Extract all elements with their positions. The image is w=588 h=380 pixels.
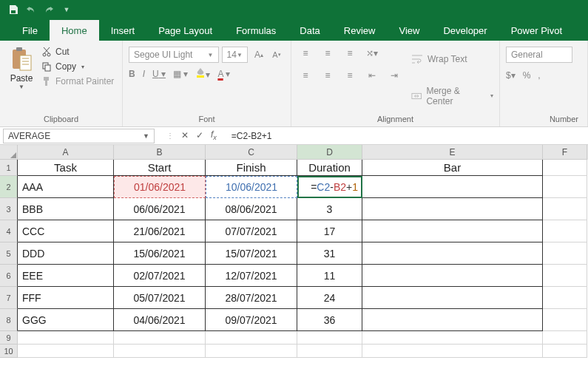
tab-power-pivot[interactable]: Power Pivot — [499, 20, 574, 41]
bold-button[interactable]: B — [129, 69, 135, 79]
cell[interactable] — [362, 176, 543, 198]
cell[interactable] — [297, 331, 362, 345]
cell[interactable] — [543, 160, 587, 176]
paste-button[interactable]: Paste ▼ — [6, 44, 37, 113]
select-all-button[interactable] — [0, 145, 18, 160]
cell[interactable]: FFF — [18, 287, 114, 309]
copy-button[interactable]: Copy▾ — [41, 61, 114, 72]
cell[interactable]: 10/06/2021 — [206, 176, 297, 198]
tab-data[interactable]: Data — [288, 20, 331, 41]
cell[interactable] — [362, 198, 543, 220]
cancel-formula-button[interactable]: ✕ — [181, 130, 189, 140]
cell[interactable] — [543, 309, 587, 331]
enter-formula-button[interactable]: ✓ — [196, 130, 203, 140]
row-header-4[interactable]: 4 — [0, 220, 18, 242]
col-header-c[interactable]: C — [206, 145, 297, 160]
align-left-button[interactable]: ≡ — [297, 67, 314, 84]
align-middle-button[interactable]: ≡ — [320, 45, 336, 61]
cell[interactable]: 28/07/2021 — [206, 287, 297, 309]
fill-color-button[interactable]: ▾ — [195, 67, 210, 80]
cell[interactable]: Bar — [362, 160, 543, 176]
align-right-button[interactable]: ≡ — [342, 67, 358, 84]
cell[interactable]: Task — [18, 160, 114, 176]
tab-insert[interactable]: Insert — [99, 20, 147, 41]
cell[interactable]: 01/06/2021 — [114, 176, 206, 198]
cell[interactable] — [543, 176, 587, 198]
cell[interactable]: 09/07/2021 — [206, 309, 297, 331]
row-header-10[interactable]: 10 — [0, 345, 18, 358]
cell[interactable]: 24 — [297, 287, 362, 309]
font-name-select[interactable]: Segoe UI Light▼ — [129, 47, 219, 63]
cell[interactable]: AAA — [18, 176, 114, 198]
cell[interactable]: 21/06/2021 — [114, 220, 206, 242]
save-button[interactable] — [4, 1, 22, 18]
cell[interactable]: 3 — [297, 198, 362, 220]
cell[interactable] — [18, 331, 114, 345]
cell[interactable]: DDD — [18, 242, 114, 265]
cell[interactable] — [18, 345, 114, 358]
cell[interactable]: CCC — [18, 220, 114, 242]
row-header-3[interactable]: 3 — [0, 198, 18, 220]
cell[interactable] — [543, 220, 587, 242]
cell[interactable] — [206, 331, 297, 345]
undo-button[interactable] — [22, 1, 40, 18]
cell[interactable] — [362, 309, 543, 331]
cell[interactable] — [362, 345, 543, 358]
tab-review[interactable]: Review — [332, 20, 388, 41]
cell[interactable]: 08/06/2021 — [206, 198, 297, 220]
cell[interactable]: Finish — [206, 160, 297, 176]
cell[interactable]: 11 — [297, 265, 362, 287]
number-format-select[interactable]: General — [506, 47, 572, 63]
comma-format-button[interactable]: , — [538, 70, 540, 81]
col-header-b[interactable]: B — [114, 145, 206, 160]
tab-formulas[interactable]: Formulas — [224, 20, 288, 41]
align-bottom-button[interactable]: ≡ — [342, 45, 358, 61]
col-header-f[interactable]: F — [543, 145, 587, 160]
italic-button[interactable]: I — [143, 69, 145, 79]
decrease-indent-button[interactable]: ⇤ — [364, 67, 380, 84]
cell[interactable] — [362, 242, 543, 265]
font-color-button[interactable]: A ▾ — [217, 69, 230, 79]
font-size-select[interactable]: 14▼ — [222, 47, 249, 63]
row-header-1[interactable]: 1 — [0, 160, 18, 176]
percent-format-button[interactable]: % — [523, 70, 531, 81]
cell[interactable]: BBB — [18, 198, 114, 220]
row-header-5[interactable]: 5 — [0, 242, 18, 265]
cell[interactable] — [543, 265, 587, 287]
cell[interactable] — [362, 265, 543, 287]
borders-button[interactable]: ▦ ▾ — [173, 69, 188, 79]
insert-function-button[interactable]: fx — [211, 129, 217, 141]
cell[interactable] — [543, 198, 587, 220]
cell[interactable]: 17 — [297, 220, 362, 242]
cell[interactable]: GGG — [18, 309, 114, 331]
cell[interactable]: 05/07/2021 — [114, 287, 206, 309]
decrease-font-button[interactable]: A▾ — [268, 47, 285, 63]
cell[interactable]: 06/06/2021 — [114, 198, 206, 220]
formula-input[interactable]: =C2-B2+1 — [226, 131, 588, 141]
underline-button[interactable]: U ▾ — [152, 69, 166, 79]
cell[interactable] — [362, 287, 543, 309]
tab-page-layout[interactable]: Page Layout — [146, 20, 224, 41]
cell[interactable]: 07/07/2021 — [206, 220, 297, 242]
cell[interactable]: Start — [114, 160, 206, 176]
cell[interactable] — [543, 331, 587, 345]
col-header-a[interactable]: A — [18, 145, 114, 160]
cell[interactable]: 15/07/2021 — [206, 242, 297, 265]
cell[interactable]: EEE — [18, 265, 114, 287]
row-header-7[interactable]: 7 — [0, 287, 18, 309]
col-header-e[interactable]: E — [362, 145, 543, 160]
row-header-2[interactable]: 2 — [0, 176, 18, 198]
col-header-d[interactable]: D — [297, 145, 362, 160]
wrap-text-button[interactable]: Wrap Text — [411, 54, 493, 64]
qat-customize-dropdown[interactable]: ▼ — [58, 1, 75, 18]
accounting-format-button[interactable]: $▾ — [506, 70, 516, 81]
functions-dropdown-icon[interactable]: ⋮ — [166, 132, 174, 140]
cell[interactable] — [362, 220, 543, 242]
cell[interactable]: 02/07/2021 — [114, 265, 206, 287]
cell[interactable] — [362, 331, 543, 345]
increase-indent-button[interactable]: ⇥ — [386, 67, 402, 84]
row-header-8[interactable]: 8 — [0, 309, 18, 331]
tab-file[interactable]: File — [10, 20, 50, 41]
cell[interactable] — [297, 345, 362, 358]
cell[interactable] — [114, 331, 206, 345]
